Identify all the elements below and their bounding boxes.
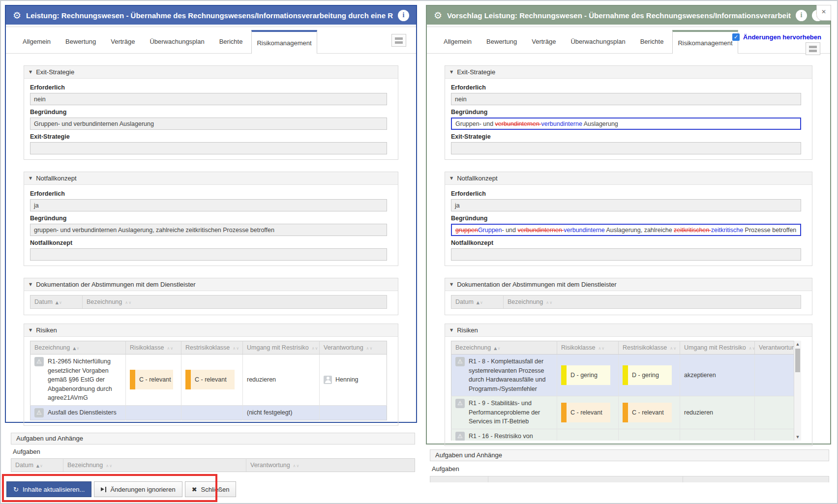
exit-strategie-section-header[interactable]: ▼ Exit-Strategie xyxy=(445,66,812,79)
table-row-selected[interactable]: ⚠Ausfall des Dienstleisters (nicht festg… xyxy=(30,405,387,420)
field-label: Erforderlich xyxy=(30,84,387,91)
column-header-verantwortung[interactable]: Verantwortung∧∨ xyxy=(246,459,415,472)
collapse-caret-icon: ▼ xyxy=(450,328,453,332)
highlight-changes-row: ✓ Änderungen hervorheben xyxy=(732,33,821,41)
gear-icon: ⚙ xyxy=(13,11,21,20)
risiken-section-header[interactable]: ▼ Risiken xyxy=(445,324,812,337)
column-header-datum[interactable]: Datum▲∨ xyxy=(451,296,504,309)
column-header-restrisikoklasse[interactable]: Restrisikoklasse∧∨ xyxy=(181,341,243,355)
scroll-up-icon[interactable]: ▲ xyxy=(794,342,801,346)
erforderlich-field[interactable]: ja xyxy=(451,199,801,211)
column-header-datum[interactable]: Datum▲∨ xyxy=(11,459,63,472)
column-header-umgang[interactable]: Umgang mit Restrisiko∧∨ xyxy=(243,341,320,355)
tab-berichte[interactable]: Berichte xyxy=(634,30,670,53)
tab-vertraege[interactable]: Verträge xyxy=(105,30,141,53)
begruendung-field[interactable]: gruppen- und verbundinternen Auslagerung… xyxy=(30,224,387,236)
begruendung-field[interactable]: Gruppen- und verbundinternen Auslagerung xyxy=(30,118,387,130)
restrisikoklasse-chip: D - gering xyxy=(623,365,672,385)
field-label: Begründung xyxy=(30,109,387,116)
exit-strategie-section-header[interactable]: ▼ Exit-Strategie xyxy=(24,66,398,79)
table-row-changed[interactable]: ⚠R1 - 9 - Stabilitäts- und Performancepr… xyxy=(451,396,801,429)
inserted-text: verbundinterne xyxy=(541,120,582,127)
section-title: Risiken xyxy=(457,326,478,334)
exit-strategie-field[interactable] xyxy=(451,142,801,154)
begruendung-field-changed[interactable]: gruppenGruppen- und verbundinternen verb… xyxy=(451,224,801,236)
risiken-table: Bezeichnung▲∨ Risikoklasse∧∨ Restrisikok… xyxy=(451,341,801,441)
column-header-datum[interactable]: Datum▲∨ xyxy=(30,296,83,309)
vertical-scrollbar[interactable]: ▲ ▼ xyxy=(794,341,801,441)
tab-allgemein[interactable]: Allgemein xyxy=(17,30,57,53)
footer-button-bar: ↻ Inhalte aktualisieren... Änderungen ig… xyxy=(6,481,236,497)
dokumentation-section-header[interactable]: ▼ Dokumentation der Abstimmungen mit dem… xyxy=(445,278,812,291)
tab-vertraege[interactable]: Verträge xyxy=(526,30,562,53)
notfallkonzept-field[interactable] xyxy=(451,248,801,261)
tab-allgemein[interactable]: Allgemein xyxy=(438,30,478,53)
aufgaben-table-clipped xyxy=(430,476,829,482)
list-view-icon[interactable] xyxy=(391,34,406,47)
tab-bewertung[interactable]: Bewertung xyxy=(480,30,523,53)
close-icon[interactable]: ✕ xyxy=(816,5,831,21)
aufgaben-subsection-label: Aufgaben xyxy=(432,465,459,473)
section-title: Exit-Strategie xyxy=(36,68,74,76)
field-label: Exit-Strategie xyxy=(451,133,801,140)
tab-ueberwachungsplan[interactable]: Überwachungsplan xyxy=(565,30,631,53)
field-label: Notfallkonzept xyxy=(451,239,801,246)
erforderlich-field[interactable]: nein xyxy=(451,93,801,105)
column-header-restrisikoklasse[interactable]: Restrisikoklasse∧∨ xyxy=(619,341,680,355)
erforderlich-field[interactable]: nein xyxy=(30,93,387,105)
column-header-umgang[interactable]: Umgang mit Restrisiko∧∨ xyxy=(680,341,755,355)
sort-icon: ∧∨ xyxy=(125,300,132,305)
risk-warning-icon: ⚠ xyxy=(455,357,465,366)
section-title: Dokumentation der Abstimmungen mit dem D… xyxy=(457,281,616,288)
column-header-risikoklasse[interactable]: Risikoklasse∧∨ xyxy=(126,341,181,355)
screen: ⚙ Leistung: Rechnungswesen - Übernahme d… xyxy=(0,0,838,504)
section-title: Risiken xyxy=(36,326,57,334)
aufgaben-anhaenge-section-header[interactable]: Aufgaben und Anhänge xyxy=(11,433,415,445)
column-header-bezeichnung[interactable]: Bezeichnung∧∨ xyxy=(83,296,387,309)
begruendung-field-changed[interactable]: Gruppen- und verbundinternen verbundinte… xyxy=(451,118,801,130)
column-header-bezeichnung[interactable]: Bezeichnung∧∨ xyxy=(63,459,246,472)
list-view-icon[interactable] xyxy=(806,42,820,55)
person-icon xyxy=(324,376,332,384)
table-row-changed[interactable]: ⚠R1 - 16 - Restrisiko von xyxy=(451,429,801,441)
aufgaben-anhaenge-section-header[interactable]: Aufgaben und Anhänge xyxy=(430,449,829,461)
gear-icon: ⚙ xyxy=(434,11,442,20)
schliessen-button[interactable]: ✖ Schließen xyxy=(185,481,237,497)
column-header-verantwortung[interactable]: Verantwortung∧∨ xyxy=(320,341,387,355)
collapse-caret-icon: ▼ xyxy=(29,176,32,180)
column-header-bezeichnung[interactable]: Bezeichnung∧∨ xyxy=(504,296,801,309)
column-header-risikoklasse[interactable]: Risikoklasse∧∨ xyxy=(557,341,619,355)
vorschlag-dialog: ✕ ⚙ Vorschlag Leistung: Rechnungswesen -… xyxy=(426,5,831,445)
scrollbar-thumb[interactable] xyxy=(795,349,800,372)
exit-strategie-section: ▼ Exit-Strategie Erforderlich nein Begrü… xyxy=(24,65,398,160)
info-icon[interactable]: i xyxy=(398,10,409,21)
collapse-caret-icon: ▼ xyxy=(29,328,32,332)
aenderungen-ignorieren-button[interactable]: Änderungen ignorieren xyxy=(94,481,182,497)
inserted-text: verbundinterne xyxy=(564,227,604,234)
tab-bewertung[interactable]: Bewertung xyxy=(60,30,102,53)
inhalte-aktualisieren-button[interactable]: ↻ Inhalte aktualisieren... xyxy=(6,481,91,497)
notfallkonzept-field[interactable] xyxy=(30,248,387,261)
risiken-section-header[interactable]: ▼ Risiken xyxy=(24,324,398,337)
column-header-bezeichnung[interactable]: Bezeichnung▲∨ xyxy=(30,341,126,355)
dokumentation-section-header[interactable]: ▼ Dokumentation der Abstimmungen mit dem… xyxy=(24,278,398,291)
tab-risikomanagement[interactable]: Risikomanagement xyxy=(251,30,317,54)
table-row[interactable]: ⚠R1-2965 Nichterfüllung gesetzlicher Vor… xyxy=(30,355,387,406)
risiken-section: ▼ Risiken Bezeichnung▲∨ Risikoklasse∧∨ R… xyxy=(445,324,812,446)
erforderlich-field[interactable]: ja xyxy=(30,199,387,211)
column-header-bezeichnung[interactable]: Bezeichnung▲∨ xyxy=(451,341,557,355)
highlight-changes-checkbox[interactable]: ✓ xyxy=(732,33,740,41)
field-label: Erforderlich xyxy=(451,190,801,197)
scroll-down-icon[interactable]: ▼ xyxy=(794,435,801,439)
sort-icon: ∧∨ xyxy=(233,346,239,351)
notfallkonzept-section-header[interactable]: ▼ Notfallkonzept xyxy=(445,172,812,185)
table-row-selected[interactable]: ⚠R1 - 8 - Komplettausfall der systemrele… xyxy=(451,355,801,396)
tab-ueberwachungsplan[interactable]: Überwachungsplan xyxy=(144,30,210,53)
tab-berichte[interactable]: Berichte xyxy=(213,30,249,53)
sort-icon: ∧∨ xyxy=(167,346,174,351)
info-icon[interactable]: i xyxy=(796,10,807,21)
sort-icon: ▲ xyxy=(36,464,40,468)
exit-strategie-field[interactable] xyxy=(30,142,387,154)
tab-risikomanagement[interactable]: Risikomanagement xyxy=(672,30,738,54)
notfallkonzept-section-header[interactable]: ▼ Notfallkonzept xyxy=(24,172,398,185)
